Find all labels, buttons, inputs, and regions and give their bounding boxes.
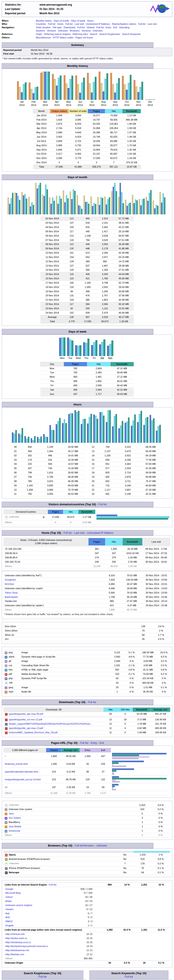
cell-text[interactable]: BaiDuSpider [5,596,18,598]
cell-text[interactable]: /notices/AMC_Updated_Brochure_Mar_09.pdf [9,731,57,734]
referrer-link[interactable]: http://doska-vsem.ru [6,937,27,940]
h-bar [112,781,120,783]
col-exit: Exit [96,748,111,752]
bar-hits [52,197,53,215]
referrer-link[interactable]: http://windowsmax.net [6,949,29,952]
banner-link-last-visit[interactable]: Last visit [74,531,85,535]
referrer-link[interactable]: Baidu [6,900,12,903]
nav-link-versions[interactable]: Versions [47,29,56,32]
referrer-link[interactable]: http://fastxak.com [6,953,24,956]
nav-link-referring-sites[interactable]: Referring sites [73,33,88,35]
referrer-link[interactable]: Dogpile [6,924,14,927]
referrer-link[interactable]: AOL [6,916,10,919]
cell-text[interactable]: Googlebot [5,578,16,581]
cell-text[interactable]: Yahoo Slurp [5,591,18,594]
nav-link-hours[interactable]: Hours [87,19,94,22]
cell-text[interactable]: Sun Solaris [9,816,21,819]
bar-bandwidth-mb- [157,206,158,215]
referrer-link[interactable]: Yahoo! [6,896,13,899]
banner-link-unknown[interactable]: Unknown [96,844,107,847]
referrer-link[interactable]: http://komputernaya-pomosh-moscow.ru [6,945,48,948]
referrer-link[interactable]: Unknown search engines [6,904,32,907]
cell-text[interactable]: /v/ [5,786,8,789]
nav-link-viewed[interactable]: Viewed [86,26,94,29]
summary-box: Reported periodMonth Nov 2014 First visi… [2,48,172,56]
cell-text[interactable]: /gazette/gazette_oct-nov-12.pdf [9,718,42,721]
nav-link-full-list[interactable]: Full list [48,23,55,25]
referrer-link[interactable]: http://serialsway.ucoz.ru [6,941,31,944]
bar-pages [99,344,101,356]
nav-link-browsers[interactable]: Browsers [70,29,80,32]
nav-link-days-of-month[interactable]: Days of month [54,19,69,22]
nav-link-miscellaneous[interactable]: Miscellaneous [36,36,51,39]
referrer-link[interactable]: Ask [6,912,10,915]
cell-text[interactable]: Dreamcast [9,829,20,832]
table-row: Googlebot7,420140.54 MB30 Nov 2014 - 23:… [4,578,170,582]
banner-link-full-list[interactable]: Full list [99,503,107,506]
nav-link-visits-duration[interactable]: Visits duration [36,26,51,29]
referrer-link[interactable]: DMOZ [6,920,13,923]
chart-bar-group [125,410,130,443]
nav-link-origin[interactable]: Origin [36,33,42,35]
bar-hits [59,196,60,215]
table-row: Jun 20142,5634,42415,74982,6251.44 GB [33,135,141,139]
cell-text[interactable]: MJ12bot [5,583,14,585]
nav-link-downloads[interactable]: Downloads [64,26,75,29]
banner-link-full-list[interactable]: Full list [80,741,88,745]
table-row: 20 Nov 20141314761,76737.56 MB [40,294,134,298]
keywords-full-list-link[interactable]: Full list [91,975,167,978]
nav-link-robots-spiders-visitors[interactable]: Robots/Spiders visitors [112,23,136,25]
nav-link-full-list[interactable]: Full list [138,23,145,25]
referrer-link[interactable]: http://chimiver.info [6,932,25,936]
full-list-link[interactable]: Full list [49,883,56,886]
nav-link-unknown[interactable]: Unknown [58,29,68,32]
cell-text[interactable]: /m/gazette/gazette_jun-jul-14.html [5,778,41,781]
banner-link-full-list[interactable]: Full list [64,531,72,535]
nav-link-hosts[interactable]: Hosts [57,23,63,25]
cell-text[interactable]: /gazette/calendar/calendar.html... [5,770,40,773]
table-row: - http://fastxak.com12 12 [4,952,170,956]
nav-link-last-visit[interactable]: Last visit [75,23,84,25]
chart-bar-group: Fri [91,338,97,360]
cell-text[interactable]: /featured_events.html [5,763,28,765]
banner-link-entry[interactable]: Entry [91,741,97,745]
cell-text[interactable]: /gazette/gazette_apr-may-09.pdf [9,713,43,715]
banner-link-exit[interactable]: Exit [99,741,104,745]
nav-link-full-list[interactable]: Full list [65,23,73,25]
cell-text[interactable]: /gazette/gazette_apr-may-13.pdf [9,727,43,729]
nav-link-search-keyphrases[interactable]: Search Keyphrases [99,33,120,35]
banner-link-full-list[interactable]: Full list [88,701,96,704]
nav-link-monthly-history[interactable]: Monthly history [36,19,52,22]
nav-link-days-of-week[interactable]: Days of week [71,19,85,22]
table-row: 0422350914.57 MB [11,462,86,466]
nav-link-last-visit[interactable]: Last visit [147,23,157,25]
cell-text[interactable]: / [5,755,6,757]
nav-link-countries[interactable]: Countries [36,23,46,25]
cell-text[interactable]: Java Mobile [9,825,21,828]
keyphrases-full-list-link[interactable]: Full list [3,975,82,978]
nav-link-versions[interactable]: Versions [81,29,91,32]
banner-link-unresolved-ip-address[interactable]: Unresolved IP Address [87,531,113,535]
nav-link-search[interactable]: Search [90,33,97,35]
referrer-link[interactable]: Microsoft Bing [6,891,21,895]
cell-text[interactable]: /leader_support/AMC%20Standing%20Rules%2… [9,722,92,725]
nav-link-unknown[interactable]: Unknown [93,29,102,32]
nav-link-unresolved-ip-address[interactable]: Unresolved IP Address [86,23,110,25]
cell-text: Android browser (PDA/Phone browser) [9,858,50,860]
nav-link-exit[interactable]: Exit [113,26,117,29]
nav-link-full-list[interactable]: Full list [77,26,85,29]
table-row: 1h+350.9 % [4,637,170,641]
nav-link-http-status-codes[interactable]: HTTP Status codes [53,36,73,39]
nav-link-search-keywords[interactable]: Search Keywords [122,33,140,35]
nav-link-entry[interactable]: Entry [105,26,111,29]
referrer-link[interactable]: Yandex [6,908,14,911]
nav-link-full-list[interactable]: Full list [96,26,104,29]
h-bar [112,772,113,773]
banner-link-full-list-versions[interactable]: Full list/Versions [75,844,94,847]
cell-text[interactable]: Java [9,812,14,815]
referrer-link[interactable]: Google [6,888,13,891]
nav-link-pages-not-found[interactable]: Pages not found [75,36,93,39]
nav-link-file-type[interactable]: File type [53,26,62,29]
nav-link-referring-search-engines[interactable]: Referring search engines [44,33,70,35]
bar-pages [83,342,85,356]
